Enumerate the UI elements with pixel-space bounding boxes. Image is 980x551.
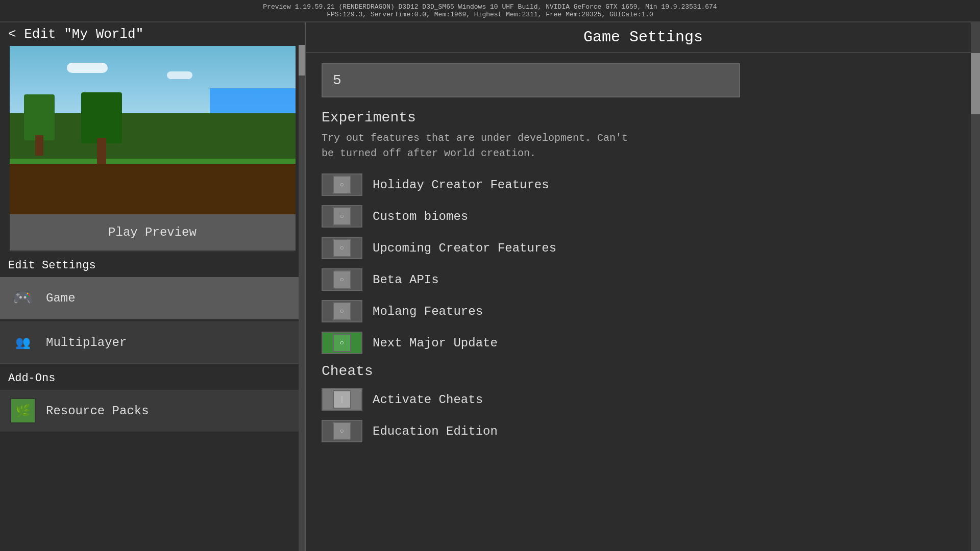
left-panel: < Edit "My World" Play — [0, 22, 306, 551]
education-toggle[interactable]: ○ — [322, 420, 362, 442]
edit-settings-label: Edit Settings — [0, 252, 305, 276]
tree1-trunk — [35, 135, 43, 156]
right-scrollbar[interactable] — [971, 22, 980, 551]
top-bar-line2: FPS:129.3, ServerTime:0.0, Mem:1969, Hig… — [0, 11, 980, 18]
education-edition-row: ○ Education Edition — [322, 420, 965, 442]
left-scrollbar[interactable] — [299, 45, 305, 551]
multiplayer-icon: 👥 — [10, 330, 36, 355]
custom-biomes-toggle-circle: ○ — [333, 207, 351, 226]
education-toggle-circle: ○ — [333, 422, 351, 440]
holiday-creator-features-row: ○ Holiday Creator Features — [322, 173, 965, 196]
tree2 — [81, 92, 122, 164]
beta-apis-label: Beta APIs — [373, 273, 439, 287]
number-input[interactable]: 5 — [322, 63, 740, 97]
upcoming-creator-features-row: ○ Upcoming Creator Features — [322, 237, 965, 259]
beta-apis-toggle[interactable]: ○ — [322, 268, 362, 291]
right-panel: Game Settings 5 Experiments Try out feat… — [306, 22, 980, 551]
next-major-update-row: ○ Next Major Update — [322, 332, 965, 354]
top-bar: Preview 1.19.59.21 (RENDERDRAGON) D3D12 … — [0, 0, 980, 22]
beta-apis-row: ○ Beta APIs — [322, 268, 965, 291]
activate-cheats-toggle[interactable]: | — [322, 388, 362, 411]
activate-cheats-circle: | — [333, 390, 351, 409]
right-content: 5 Experiments Try out features that are … — [306, 53, 980, 551]
custom-biomes-toggle[interactable]: ○ — [322, 205, 362, 228]
multiplayer-settings-label: Multiplayer — [46, 336, 127, 349]
multiplayer-settings-item[interactable]: 👥 Multiplayer — [0, 321, 305, 364]
upcoming-toggle[interactable]: ○ — [322, 237, 362, 259]
right-scrollbar-thumb — [971, 53, 980, 114]
beta-apis-toggle-circle: ○ — [333, 270, 351, 289]
left-scrollbar-thumb — [299, 45, 305, 76]
dirt-layer — [10, 164, 296, 214]
activate-cheats-row: | Activate Cheats — [322, 388, 965, 411]
upcoming-toggle-circle: ○ — [333, 239, 351, 257]
holiday-toggle-circle: ○ — [333, 176, 351, 194]
top-bar-line1: Preview 1.19.59.21 (RENDERDRAGON) D3D12 … — [0, 3, 980, 11]
back-button[interactable]: < Edit "My World" — [0, 22, 305, 46]
game-settings-label: Game — [46, 291, 76, 305]
tree2-trunk — [97, 138, 106, 164]
play-preview-button[interactable]: Play Preview — [10, 214, 296, 252]
tree1-leaves — [24, 94, 55, 140]
holiday-label: Holiday Creator Features — [373, 178, 549, 192]
holiday-toggle[interactable]: ○ — [322, 173, 362, 196]
addons-label: Add-Ons — [0, 365, 305, 389]
molang-label: Molang Features — [373, 305, 483, 318]
tree1 — [24, 94, 55, 156]
upcoming-label: Upcoming Creator Features — [373, 241, 556, 255]
world-preview — [10, 46, 296, 214]
custom-biomes-label: Custom biomes — [373, 210, 468, 223]
custom-biomes-row: ○ Custom biomes — [322, 205, 965, 228]
game-settings-item[interactable]: 🎮 Game — [0, 277, 305, 319]
tree2-leaves — [81, 92, 122, 143]
experiments-title: Experiments — [322, 110, 965, 126]
molang-toggle[interactable]: ○ — [322, 300, 362, 322]
game-settings-title: Game Settings — [306, 22, 980, 53]
scene — [10, 46, 296, 214]
resource-pack-icon: 🌿 — [10, 398, 36, 423]
education-label: Education Edition — [373, 424, 498, 438]
next-major-update-toggle[interactable]: ○ — [322, 332, 362, 354]
cloud1 — [67, 63, 108, 73]
resource-packs-label: Resource Packs — [46, 404, 149, 418]
molang-features-row: ○ Molang Features — [322, 300, 965, 322]
molang-toggle-circle: ○ — [333, 302, 351, 320]
next-major-update-toggle-circle: ○ — [333, 334, 351, 352]
next-major-update-label: Next Major Update — [373, 336, 498, 350]
main-container: < Edit "My World" Play — [0, 22, 980, 551]
cloud2 — [167, 71, 192, 79]
resource-packs-item[interactable]: 🌿 Resource Packs — [0, 390, 305, 432]
game-controller-icon: 🎮 — [10, 285, 36, 311]
activate-cheats-label: Activate Cheats — [373, 393, 483, 407]
cheats-title: Cheats — [322, 363, 965, 379]
experiments-description: Try out features that are under developm… — [322, 131, 965, 161]
